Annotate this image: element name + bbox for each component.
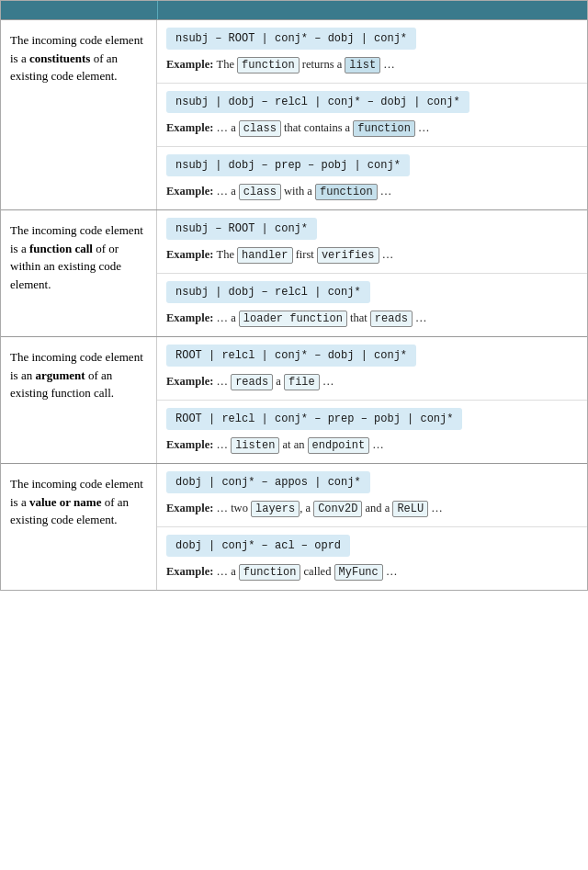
code-box: layers (251, 501, 300, 517)
main-table: The incoming code element is a constitue… (0, 0, 588, 591)
rule-block: dobj | conj* – acl – oprdExample: … a fu… (157, 527, 587, 590)
assembly-cell: The incoming code element is an argument… (1, 337, 157, 463)
rule-cell: nsubj – ROOT | conj*Example: The handler… (157, 210, 587, 336)
code-box: function (237, 57, 300, 73)
table-row: The incoming code element is an argument… (1, 336, 587, 463)
code-box: function (239, 564, 301, 581)
rule-block: nsubj | dobj – relcl | conj* – dobj | co… (157, 84, 587, 147)
rule-formula: nsubj | dobj – relcl | conj* – dobj | co… (166, 91, 469, 113)
rule-block: nsubj – ROOT | conj* – dobj | conj*Examp… (157, 20, 587, 84)
example-line: Example: The handler first verifies … (166, 245, 578, 266)
code-box: endpoint (308, 437, 370, 454)
rule-formula: ROOT | relcl | conj* – prep – pobj | con… (166, 408, 462, 430)
table-body: The incoming code element is a constitue… (1, 19, 587, 590)
code-box: reads (231, 374, 273, 390)
example-line: Example: … two layers, a Conv2D and a Re… (166, 499, 578, 519)
rule-block: nsubj | dobj – prep – pobj | conj*Exampl… (157, 147, 587, 209)
rule-block: ROOT | relcl | conj* – dobj | conj*Examp… (157, 337, 587, 401)
example-line: Example: … listen at an endpoint … (166, 435, 578, 456)
header-assembly (1, 1, 157, 19)
rule-formula: nsubj – ROOT | conj* (166, 218, 317, 240)
header-rule (157, 1, 587, 19)
rule-cell: dobj | conj* – appos | conj*Example: … t… (157, 464, 587, 590)
code-box: reads (370, 311, 413, 327)
code-box-highlight: list (345, 57, 380, 73)
code-box: listen (231, 437, 279, 454)
table-row: The incoming code element is a value or … (1, 463, 587, 590)
example-line: Example: The function returns a list … (166, 55, 578, 75)
code-box-highlight: function (315, 184, 378, 200)
rule-cell: ROOT | relcl | conj* – dobj | conj*Examp… (157, 337, 587, 463)
code-box: file (284, 374, 320, 390)
example-line: Example: … reads a file … (166, 372, 578, 392)
rule-formula: ROOT | relcl | conj* – dobj | conj* (166, 345, 416, 367)
assembly-cell: The incoming code element is a value or … (1, 464, 157, 590)
rule-formula: nsubj | dobj – relcl | conj* (166, 281, 370, 303)
example-line: Example: … a loader function that reads … (166, 309, 578, 329)
rule-block: ROOT | relcl | conj* – prep – pobj | con… (157, 401, 587, 463)
table-row: The incoming code element is a function … (1, 209, 587, 336)
code-box: MyFunc (334, 564, 383, 581)
code-box: ReLU (392, 501, 428, 517)
assembly-cell: The incoming code element is a function … (1, 210, 157, 336)
rule-block: nsubj – ROOT | conj*Example: The handler… (157, 210, 587, 274)
rule-formula: nsubj – ROOT | conj* – dobj | conj* (166, 28, 416, 50)
code-box: class (239, 120, 281, 137)
rule-block: dobj | conj* – appos | conj*Example: … t… (157, 464, 587, 527)
rule-formula: dobj | conj* – acl – oprd (166, 535, 350, 557)
rule-cell: nsubj – ROOT | conj* – dobj | conj*Examp… (157, 20, 587, 209)
code-box: class (239, 184, 281, 200)
assembly-cell: The incoming code element is a constitue… (1, 20, 157, 209)
rule-block: nsubj | dobj – relcl | conj*Example: … a… (157, 274, 587, 336)
table-row: The incoming code element is a constitue… (1, 19, 587, 209)
code-box: verifies (317, 247, 379, 264)
rule-formula: dobj | conj* – appos | conj* (166, 471, 370, 493)
code-box: loader function (239, 311, 347, 327)
table-header (1, 1, 587, 19)
code-box: handler (237, 247, 292, 264)
rule-formula: nsubj | dobj – prep – pobj | conj* (166, 154, 410, 176)
example-line: Example: … a function called MyFunc … (166, 562, 578, 582)
code-box: Conv2D (313, 501, 362, 517)
code-box-highlight: function (353, 120, 415, 137)
example-line: Example: … a class that contains a funct… (166, 119, 578, 139)
example-line: Example: … a class with a function … (166, 182, 578, 202)
